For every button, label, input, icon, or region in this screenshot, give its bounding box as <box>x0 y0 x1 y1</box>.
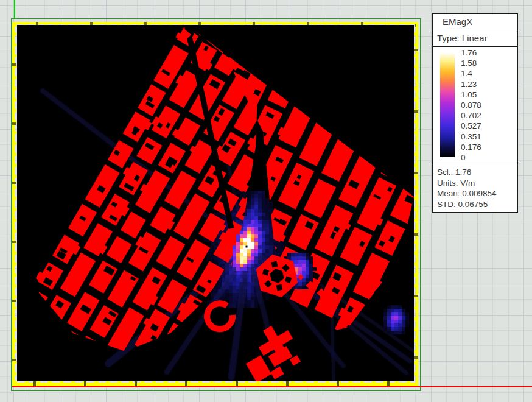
colorbar-label: 1.58 <box>461 58 481 68</box>
colorbar-label: 1.05 <box>461 90 481 100</box>
colorbar-label: 1.23 <box>461 79 481 90</box>
colorbar-label: 0 <box>461 152 481 163</box>
colorbar-label: 1.4 <box>461 68 481 79</box>
y-axis-line <box>14 0 15 19</box>
x-axis-line <box>12 386 532 387</box>
legend-title: EMagX <box>433 14 517 30</box>
terrain-outline-right <box>414 22 418 386</box>
secondary-glow-2 <box>383 305 409 334</box>
colorbar-label: 0.351 <box>461 132 481 142</box>
colorbar-label: 0.176 <box>461 142 481 152</box>
terrain-outline-bottom <box>13 381 418 386</box>
stat-scale: Scl.: 1.76 <box>437 167 517 178</box>
legend-panel[interactable]: EMagX Type: Linear 1.761.581.41.231.050.… <box>432 13 518 213</box>
city-field-plot <box>17 25 414 381</box>
colorbar-labels: 1.761.581.41.231.050.8780.7020.5270.3510… <box>461 48 481 163</box>
colorbar <box>440 52 455 157</box>
terrain-outline-left <box>12 22 16 386</box>
stat-units: Units: V/m <box>437 178 517 189</box>
colorbar-label: 0.878 <box>461 100 481 110</box>
colorbar-label: 0.527 <box>461 121 481 131</box>
legend-scale-type: Type: Linear <box>433 30 517 47</box>
legend-colorbar-section: 1.761.581.41.231.050.8780.7020.5270.3510… <box>433 47 517 164</box>
stat-mean: Mean: 0.009854 <box>437 188 517 199</box>
colorbar-label: 0.702 <box>461 110 481 121</box>
legend-stats: Scl.: 1.76 Units: V/m Mean: 0.009854 STD… <box>433 164 517 212</box>
colorbar-label: 1.76 <box>461 48 481 58</box>
workspace: EMagX Type: Linear 1.761.581.41.231.050.… <box>0 0 532 402</box>
field-map-canvas[interactable] <box>17 25 414 381</box>
stat-std: STD: 0.06755 <box>437 199 517 210</box>
